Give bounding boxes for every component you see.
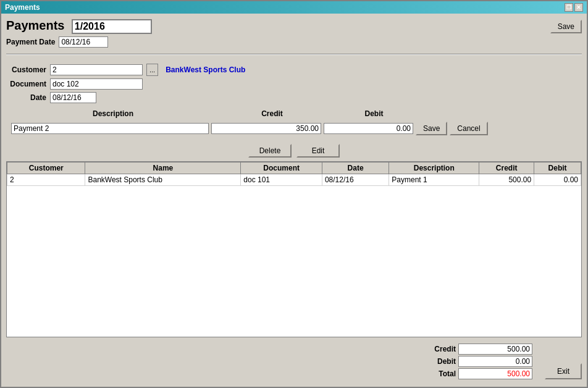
description-col-header: Description [11, 109, 215, 118]
customer-label: Customer [6, 65, 46, 74]
divider-1 [6, 54, 582, 55]
cell-customer: 2 [7, 174, 85, 186]
col-document: Document [241, 162, 322, 174]
form-section: Customer ... BankWest Sports Club Docume… [6, 61, 582, 138]
customer-id-input[interactable] [50, 64, 143, 75]
payment-date-label: Payment Date [6, 38, 55, 46]
title-bar: Payments ❐ ✕ [1, 1, 587, 14]
entry-cancel-button[interactable]: Cancel [450, 122, 487, 135]
entry-credit-input[interactable] [211, 123, 321, 134]
credit-total-label: Credit [428, 345, 456, 353]
grand-total-label: Total [428, 369, 456, 378]
cell-debit: 0.00 [534, 174, 581, 186]
grand-total-row: Total [428, 368, 532, 379]
table-row[interactable]: 2 BankWest Sports Club doc 101 08/12/16 … [7, 174, 581, 186]
payment-date-row: Payment Date [6, 36, 582, 48]
bottom-section: Credit Debit Total Exit [6, 341, 582, 382]
customer-row: Customer ... BankWest Sports Club [6, 64, 582, 76]
entry-debit-input[interactable] [324, 123, 413, 134]
save-top-button[interactable]: Save [550, 20, 582, 33]
exit-button[interactable]: Exit [545, 363, 582, 379]
debit-total-label: Debit [428, 357, 456, 366]
entry-grid-header: Description Credit Debit [11, 109, 582, 118]
cell-name: BankWest Sports Club [85, 174, 241, 186]
header-row: Payments Save [6, 19, 582, 34]
payment-number-input[interactable] [72, 19, 152, 34]
document-input[interactable] [50, 78, 143, 90]
window-title: Payments [5, 3, 40, 12]
exit-section: Exit [545, 363, 582, 379]
payments-table: Customer Name Document Date Description … [7, 162, 581, 186]
main-content: Payments Save Payment Date Customer ... … [1, 14, 587, 387]
col-customer: Customer [7, 162, 85, 174]
payment-date-input[interactable] [59, 36, 108, 48]
credit-total-row: Credit [428, 344, 532, 355]
cell-date: 08/12/16 [322, 174, 388, 186]
totals-section: Credit Debit Total [428, 344, 532, 379]
cell-description: Payment 1 [389, 174, 479, 186]
data-table-section: Customer Name Document Date Description … [6, 161, 582, 337]
col-credit: Credit [479, 162, 534, 174]
grand-total-input[interactable] [458, 368, 532, 379]
entry-row: Save Cancel [11, 122, 582, 135]
payments-header: Payments [6, 19, 152, 34]
payments-number [72, 19, 152, 34]
close-button[interactable]: ✕ [574, 3, 583, 12]
top-section: Payments Save Payment Date [6, 19, 582, 48]
col-date: Date [322, 162, 388, 174]
cell-document: doc 101 [241, 174, 322, 186]
credit-total-input[interactable] [458, 344, 532, 355]
restore-button[interactable]: ❐ [565, 3, 573, 12]
edit-button[interactable]: Edit [296, 144, 340, 158]
browse-button[interactable]: ... [146, 64, 158, 76]
col-name: Name [85, 162, 241, 174]
action-row: Delete Edit [6, 144, 582, 158]
col-debit: Debit [534, 162, 581, 174]
cell-credit: 500.00 [479, 174, 534, 186]
date-row: Date [6, 92, 582, 103]
col-description: Description [389, 162, 479, 174]
date-input[interactable] [50, 92, 96, 103]
debit-total-row: Debit [428, 356, 532, 367]
credit-col-header: Credit [215, 109, 329, 118]
entry-save-button[interactable]: Save [416, 122, 447, 135]
debit-total-input[interactable] [458, 356, 532, 367]
date-label: Date [6, 93, 46, 102]
main-window: Payments ❐ ✕ Payments Save Payment Date [0, 0, 588, 388]
entry-description-input[interactable] [11, 123, 209, 134]
payments-title: Payments [6, 19, 65, 32]
debit-col-header: Debit [329, 109, 419, 118]
document-label: Document [6, 80, 46, 88]
document-row: Document [6, 78, 582, 90]
customer-name-link[interactable]: BankWest Sports Club [166, 65, 245, 74]
title-bar-buttons: ❐ ✕ [565, 3, 583, 12]
delete-button[interactable]: Delete [248, 144, 292, 158]
